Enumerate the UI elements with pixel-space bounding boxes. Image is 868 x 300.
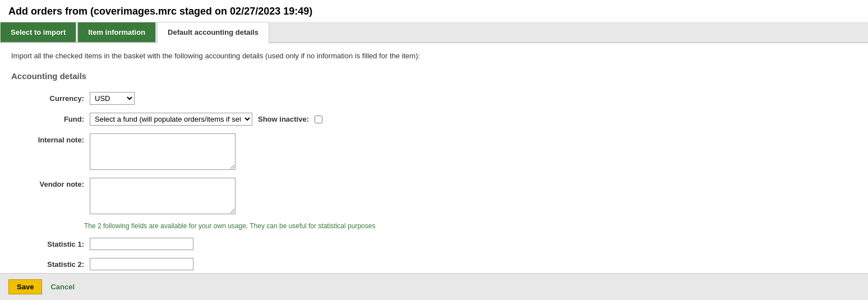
cancel-button[interactable]: Cancel (50, 283, 75, 291)
footer-bar: Save Cancel (0, 273, 868, 300)
section-title: Accounting details (11, 71, 857, 81)
currency-label: Currency: (22, 92, 90, 103)
internal-note-field (90, 133, 236, 170)
internal-note-label: Internal note: (22, 133, 90, 144)
stats-form-table: Statistic 1: Statistic 2: (22, 238, 857, 270)
form-table: Currency: USD EUR GBP Fund: Select a fun… (22, 92, 857, 214)
content-area: Import all the checked items in the bask… (0, 43, 868, 287)
stats-note: The 2 following fields are available for… (84, 222, 857, 230)
vendor-note-label: Vendor note: (22, 178, 90, 188)
internal-note-textarea[interactable] (90, 133, 236, 170)
statistic2-label: Statistic 2: (22, 258, 90, 269)
show-inactive-checkbox[interactable] (315, 116, 322, 123)
statistic1-field (90, 238, 193, 250)
vendor-note-textarea[interactable] (90, 178, 236, 214)
description-text: Import all the checked items in the bask… (11, 52, 857, 60)
statistic1-label: Statistic 1: (22, 238, 90, 248)
statistic2-field (90, 258, 193, 270)
tabs-bar: Select to import Item information Defaul… (0, 22, 868, 43)
statistic1-input[interactable] (90, 238, 193, 250)
show-inactive-label: Show inactive: (258, 115, 309, 123)
currency-field: USD EUR GBP (90, 92, 135, 105)
statistic2-row: Statistic 2: (22, 258, 857, 270)
internal-note-row: Internal note: (22, 133, 857, 170)
statistic1-row: Statistic 1: (22, 238, 857, 250)
fund-row: Fund: Select a fund (will populate order… (22, 113, 857, 126)
fund-label: Fund: (22, 113, 90, 123)
vendor-note-row: Vendor note: (22, 178, 857, 214)
vendor-note-field (90, 178, 236, 214)
fund-field: Select a fund (will populate orders/item… (90, 113, 322, 126)
tab-select-to-import[interactable]: Select to import (0, 22, 76, 42)
save-button[interactable]: Save (8, 279, 42, 294)
tab-item-information[interactable]: Item information (77, 22, 156, 42)
currency-select[interactable]: USD EUR GBP (90, 92, 135, 105)
statistic2-input[interactable] (90, 258, 193, 270)
currency-row: Currency: USD EUR GBP (22, 92, 857, 105)
page-title: Add orders from (coverimages.mrc staged … (0, 0, 868, 22)
fund-select[interactable]: Select a fund (will populate orders/item… (90, 113, 252, 126)
page-wrapper: Add orders from (coverimages.mrc staged … (0, 0, 868, 300)
tab-default-accounting-details[interactable]: Default accounting details (157, 22, 269, 43)
